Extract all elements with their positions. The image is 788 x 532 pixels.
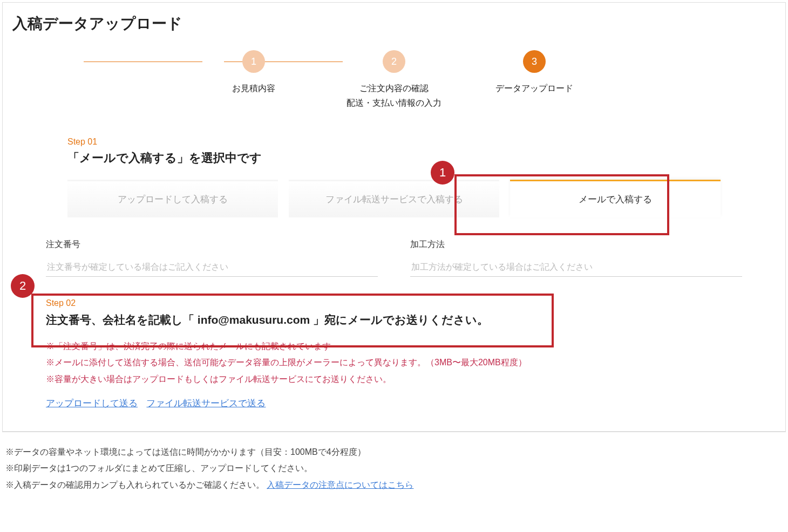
order-no-input[interactable] <box>46 258 378 277</box>
progress-stepper: 1 お見積内容 2 ご注文内容の確認 配送・支払い情報の入力 3 データアップロ… <box>3 50 785 110</box>
step-circle: 3 <box>523 50 546 73</box>
process-input[interactable] <box>410 258 742 277</box>
step-circle: 1 <box>242 50 265 73</box>
process-label: 加工方法 <box>410 239 742 250</box>
footer-line3-prefix: ※入稿データの確認用カンプも入れられているかご確認ください。 <box>5 480 264 489</box>
tab-upload[interactable]: アップロードして入稿する <box>67 180 278 217</box>
step02-block: Step 02 注文番号、会社名を記載し「 info@makusuru.com … <box>46 298 742 410</box>
step01-heading: 「メールで入稿する」を選択中です <box>67 150 721 166</box>
stepper-line <box>84 62 202 62</box>
step-circle: 2 <box>383 50 405 73</box>
step01-small: Step 01 <box>67 137 721 147</box>
footer-line: ※印刷データは1つのフォルダにまとめて圧縮し、アップロードしてください。 <box>5 460 783 476</box>
tab-file-transfer[interactable]: ファイル転送サービスで入稿する <box>289 180 499 217</box>
submission-tabs: アップロードして入稿する ファイル転送サービスで入稿する メールで入稿する <box>67 180 721 217</box>
step02-heading: 注文番号、会社名を記載し「 info@makusuru.com 」宛にメールでお… <box>46 311 742 329</box>
step02-notes: ※「注文番号」は、決済完了の際に送られたメールにも記載されています ※メールに添… <box>46 338 742 387</box>
stepper-step-3: 3 データアップロード <box>464 50 604 96</box>
page-title: 入稿データアップロード <box>3 13 785 50</box>
stepper-step-2: 2 ご注文内容の確認 配送・支払い情報の入力 <box>324 50 464 110</box>
order-no-label: 注文番号 <box>46 239 378 250</box>
callout-badge-2: 2 <box>11 274 35 298</box>
form-row: 注文番号 加工方法 <box>46 239 742 277</box>
note-line: ※「注文番号」は、決済完了の際に送られたメールにも記載されています <box>46 338 742 354</box>
step02-small: Step 02 <box>46 298 742 308</box>
note-line: ※容量が大きい場合はアップロードもしくはファイル転送サービスにてお送りください。 <box>46 371 742 387</box>
callout-badge-1: 1 <box>431 161 454 185</box>
step-label: ご注文内容の確認 配送・支払い情報の入力 <box>347 81 441 110</box>
form-group-process: 加工方法 <box>410 239 742 277</box>
footer-notes: ※データの容量やネット環境によっては送信に時間がかかります（目安：100MBで4… <box>0 434 788 493</box>
stepper-step-1: 1 お見積内容 <box>184 50 324 96</box>
footer-line: ※データの容量やネット環境によっては送信に時間がかかります（目安：100MBで4… <box>5 444 783 460</box>
link-transfer-send[interactable]: ファイル転送サービスで送る <box>146 398 266 408</box>
footer-caution-link[interactable]: 入稿データの注意点についてはこちら <box>267 480 413 489</box>
step02-links: アップロードして送る ファイル転送サービスで送る <box>46 397 742 410</box>
footer-line-3: ※入稿データの確認用カンプも入れられているかご確認ください。 入稿データの注意点… <box>5 477 783 493</box>
page-container: 入稿データアップロード 1 お見積内容 2 ご注文内容の確認 配送・支払い情報の… <box>2 2 786 432</box>
divider <box>3 431 785 432</box>
link-upload-send[interactable]: アップロードして送る <box>46 398 138 408</box>
tab-email[interactable]: メールで入稿する <box>510 180 721 217</box>
stepper-line <box>224 62 343 62</box>
form-group-order-no: 注文番号 <box>46 239 378 277</box>
tab-panel: 注文番号 加工方法 Step 02 注文番号、会社名を記載し「 info@mak… <box>8 217 780 431</box>
note-line: ※メールに添付して送信する場合、送信可能なデータ容量の上限がメーラーによって異な… <box>46 354 742 371</box>
step-label: データアップロード <box>495 81 573 96</box>
content-area: Step 01 「メールで入稿する」を選択中です アップロードして入稿する ファ… <box>3 137 785 431</box>
step-label: お見積内容 <box>232 81 275 96</box>
